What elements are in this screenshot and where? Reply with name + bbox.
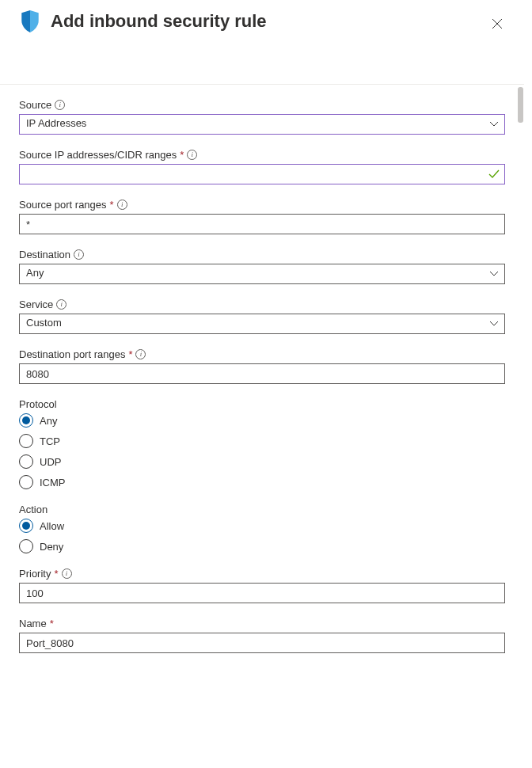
panel-title: Add inbound security rule	[51, 11, 267, 32]
source-label: Source	[19, 99, 51, 111]
action-label: Action	[19, 504, 48, 515]
info-icon[interactable]: i	[55, 100, 65, 110]
destination-select[interactable]: Any	[19, 264, 505, 284]
source-port-label: Source port ranges	[19, 199, 107, 211]
source-port-input[interactable]	[19, 214, 505, 234]
radio-circle	[19, 434, 33, 448]
dest-port-label-row: Destination port ranges * i	[19, 348, 505, 360]
service-label-row: Service i	[19, 298, 505, 310]
action-radio-allow[interactable]: Allow	[19, 519, 505, 533]
protocol-radio-udp[interactable]: UDP	[19, 454, 505, 469]
shield-icon	[19, 10, 41, 33]
action-label-row: Action	[19, 504, 505, 515]
source-port-label-row: Source port ranges * i	[19, 199, 505, 211]
action-option-label: Deny	[40, 541, 63, 553]
header-divider	[0, 84, 524, 85]
radio-circle	[19, 454, 33, 469]
field-dest-port: Destination port ranges * i	[19, 348, 505, 384]
name-input[interactable]	[19, 633, 505, 653]
info-icon[interactable]: i	[56, 299, 66, 310]
name-input-wrap	[19, 633, 505, 653]
source-ip-input[interactable]	[19, 164, 505, 184]
name-label-row: Name *	[19, 618, 505, 629]
destination-select-value: Any	[19, 264, 505, 284]
protocol-radio-any[interactable]: Any	[19, 413, 505, 428]
name-label: Name	[19, 618, 47, 629]
service-label: Service	[19, 298, 53, 310]
scrollbar-thumb[interactable]	[518, 87, 523, 123]
protocol-option-label: UDP	[40, 456, 61, 468]
priority-input-wrap	[19, 583, 505, 603]
priority-input[interactable]	[19, 583, 505, 603]
source-port-input-wrap	[19, 214, 505, 234]
field-source-ip: Source IP addresses/CIDR ranges * i	[19, 149, 505, 184]
info-icon[interactable]: i	[74, 249, 84, 260]
protocol-radio-group: Any TCP UDP ICMP	[19, 413, 505, 489]
service-select-value: Custom	[19, 314, 505, 334]
scrollbar[interactable]	[516, 87, 524, 768]
field-action: Action Allow Deny	[19, 504, 505, 553]
destination-label: Destination	[19, 249, 70, 260]
dest-port-input[interactable]	[19, 363, 505, 384]
field-destination: Destination i Any	[19, 249, 505, 284]
field-source: Source i IP Addresses	[19, 99, 505, 135]
protocol-radio-tcp[interactable]: TCP	[19, 434, 505, 448]
field-name: Name *	[19, 618, 505, 653]
required-marker: *	[180, 149, 184, 161]
source-select[interactable]: IP Addresses	[19, 114, 505, 135]
radio-circle	[19, 539, 33, 553]
protocol-radio-icmp[interactable]: ICMP	[19, 475, 505, 489]
protocol-label-row: Protocol	[19, 398, 505, 410]
radio-dot	[22, 416, 30, 424]
dest-port-input-wrap	[19, 363, 505, 384]
source-ip-label-row: Source IP addresses/CIDR ranges * i	[19, 149, 505, 161]
protocol-option-label: TCP	[40, 435, 60, 447]
close-button[interactable]	[488, 14, 507, 33]
protocol-option-label: ICMP	[40, 477, 66, 489]
required-marker: *	[54, 568, 58, 580]
action-option-label: Allow	[40, 520, 64, 532]
action-radio-group: Allow Deny	[19, 519, 505, 553]
priority-label-row: Priority * i	[19, 568, 505, 580]
required-marker: *	[50, 618, 54, 629]
dest-port-label: Destination port ranges	[19, 348, 125, 360]
priority-label: Priority	[19, 568, 51, 580]
radio-circle	[19, 413, 33, 428]
protocol-label: Protocol	[19, 398, 57, 410]
info-icon[interactable]: i	[187, 150, 197, 160]
radio-dot	[22, 522, 30, 530]
field-priority: Priority * i	[19, 568, 505, 603]
source-ip-input-wrap	[19, 164, 505, 184]
inbound-rule-panel: Add inbound security rule Source i IP Ad…	[0, 0, 524, 768]
radio-circle	[19, 519, 33, 533]
action-radio-deny[interactable]: Deny	[19, 539, 505, 553]
panel-header: Add inbound security rule	[19, 10, 505, 84]
info-icon[interactable]: i	[62, 568, 72, 579]
required-marker: *	[110, 199, 114, 211]
radio-circle	[19, 475, 33, 489]
source-label-row: Source i	[19, 99, 505, 111]
source-ip-label: Source IP addresses/CIDR ranges	[19, 149, 177, 161]
info-icon[interactable]: i	[135, 349, 146, 359]
field-source-port: Source port ranges * i	[19, 199, 505, 234]
service-select[interactable]: Custom	[19, 314, 505, 334]
close-icon	[492, 18, 503, 29]
field-protocol: Protocol Any TCP UDP ICMP	[19, 398, 505, 489]
info-icon[interactable]: i	[117, 200, 127, 210]
protocol-option-label: Any	[40, 415, 57, 427]
source-select-value: IP Addresses	[19, 114, 505, 135]
field-service: Service i Custom	[19, 298, 505, 334]
required-marker: *	[128, 348, 132, 360]
destination-label-row: Destination i	[19, 249, 505, 260]
